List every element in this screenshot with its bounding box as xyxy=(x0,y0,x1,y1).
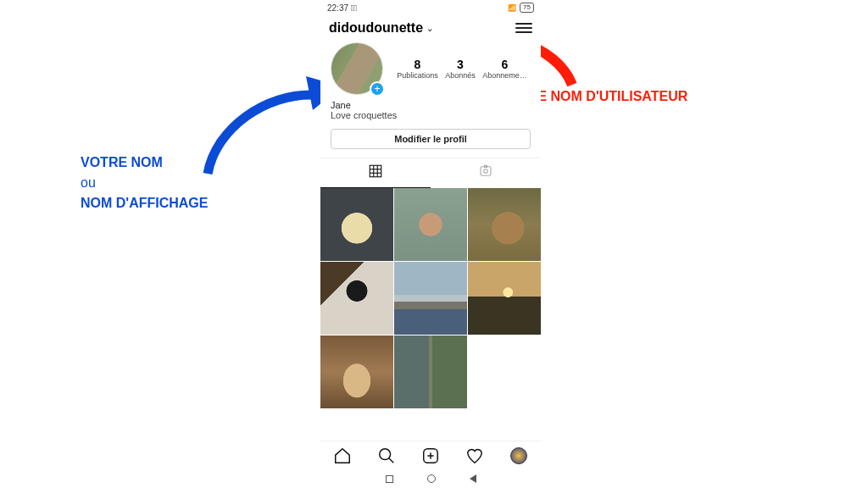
chevron-down-icon: ⌄ xyxy=(426,24,433,33)
stat-followers-label: Abonnés xyxy=(445,71,476,80)
post-thumbnail[interactable] xyxy=(320,336,393,408)
bio-text: Love croquettes xyxy=(331,110,531,120)
annotation-displayname: VOTRE NOM ou NOM D'AFFICHAGE xyxy=(81,152,208,214)
annotation-name-line2: NOM D'AFFICHAGE xyxy=(81,196,208,210)
stat-followers[interactable]: 3 Abonnés xyxy=(445,58,476,80)
stat-following-count: 6 xyxy=(482,58,527,71)
stat-following[interactable]: 6 Abonneme… xyxy=(482,58,527,80)
annotation-name-line1: VOTRE NOM xyxy=(81,155,163,169)
stat-posts[interactable]: 8 Publications xyxy=(397,58,438,80)
edit-profile-button[interactable]: Modifier le profil xyxy=(331,129,531,149)
menu-button[interactable] xyxy=(515,23,532,33)
nav-home[interactable] xyxy=(333,446,352,465)
phone-frame: 22:37 🔔⃠ 📶 75 didoudounette ⌄ + 8 Public… xyxy=(320,0,541,488)
tab-grid[interactable] xyxy=(320,158,431,188)
svg-point-8 xyxy=(484,169,488,174)
nav-search[interactable] xyxy=(377,446,396,465)
avatar[interactable]: + xyxy=(331,42,383,95)
post-thumbnail[interactable] xyxy=(394,188,467,261)
battery-indicator: 75 xyxy=(520,3,534,13)
android-recent[interactable] xyxy=(386,475,393,483)
svg-rect-7 xyxy=(481,167,491,176)
svg-point-10 xyxy=(380,448,391,459)
status-bar: 22:37 🔔⃠ 📶 75 xyxy=(320,0,541,15)
stat-posts-label: Publications xyxy=(397,71,438,80)
username-text: didoudounette xyxy=(329,20,423,36)
stat-posts-count: 8 xyxy=(397,58,438,71)
username-dropdown[interactable]: didoudounette ⌄ xyxy=(329,20,433,36)
add-story-icon[interactable]: + xyxy=(370,81,385,97)
display-name: Jane xyxy=(331,100,531,110)
post-thumbnail[interactable] xyxy=(320,188,393,261)
svg-rect-2 xyxy=(370,165,381,177)
android-nav xyxy=(320,469,541,488)
android-home[interactable] xyxy=(427,474,436,483)
post-thumbnail[interactable] xyxy=(468,262,541,335)
signal-icon: 📶 xyxy=(508,4,516,12)
grid-icon xyxy=(368,164,383,179)
bottom-nav xyxy=(320,441,541,469)
annotation-name-or: ou xyxy=(81,175,96,190)
status-time: 22:37 🔔⃠ xyxy=(327,3,357,13)
tab-tagged[interactable] xyxy=(431,158,541,188)
nav-create[interactable] xyxy=(421,446,440,465)
nav-profile[interactable] xyxy=(509,446,528,465)
stat-followers-count: 3 xyxy=(445,58,476,71)
posts-grid xyxy=(320,188,541,408)
post-thumbnail[interactable] xyxy=(320,262,393,335)
post-thumbnail[interactable] xyxy=(468,188,541,261)
post-thumbnail[interactable] xyxy=(394,336,467,408)
tagged-icon xyxy=(478,164,493,179)
svg-line-11 xyxy=(389,458,394,463)
stat-following-label: Abonneme… xyxy=(482,71,527,80)
android-back[interactable] xyxy=(470,474,476,483)
nav-activity[interactable] xyxy=(465,446,484,465)
post-empty xyxy=(468,336,541,408)
post-thumbnail[interactable] xyxy=(394,262,467,335)
